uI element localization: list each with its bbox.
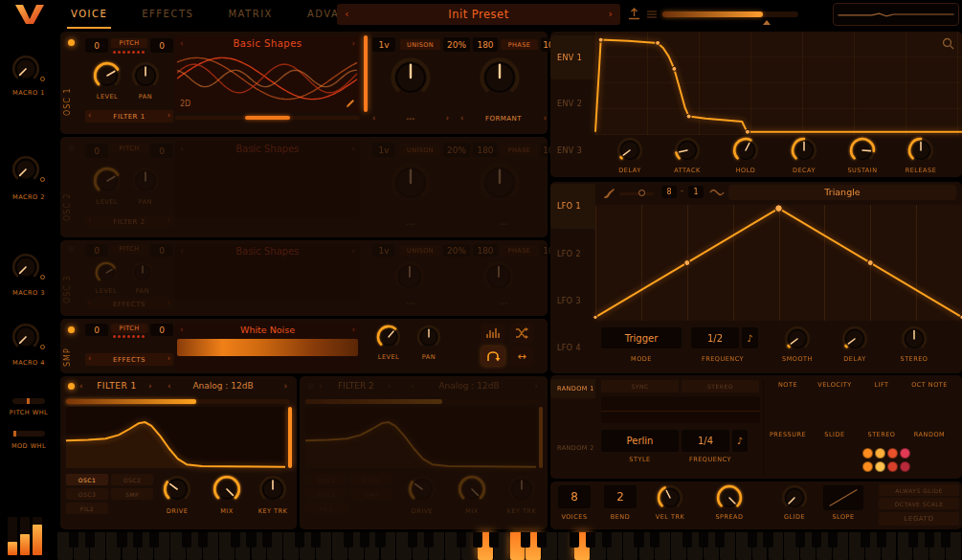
- osc1-wavetable-name[interactable]: Basic Shapes: [194, 38, 341, 49]
- filter2-model-selector[interactable]: Analog : 12dB: [418, 381, 520, 391]
- filter2-title[interactable]: FILTER 2: [326, 381, 386, 391]
- env-hold-knob[interactable]: [732, 137, 759, 164]
- voices-field[interactable]: 8: [558, 485, 591, 508]
- lfo-frequency-field[interactable]: 1/2: [691, 327, 739, 348]
- wavetable-next-icon[interactable]: ›: [351, 39, 355, 48]
- piano-key-black[interactable]: [198, 532, 208, 548]
- osc1-frame-scrollbar[interactable]: [175, 116, 360, 120]
- wavetable-next-icon[interactable]: ›: [351, 145, 355, 153]
- env-attack-knob[interactable]: [674, 137, 701, 164]
- env-sustain-knob[interactable]: [849, 137, 876, 164]
- macro-1-knob[interactable]: [11, 55, 40, 83]
- filter2-power-button[interactable]: [307, 383, 314, 390]
- tab-matrix[interactable]: MATRIX: [224, 0, 277, 29]
- filter1-prev-icon[interactable]: ‹: [79, 382, 83, 391]
- random-style-selector[interactable]: Perlin: [601, 430, 679, 452]
- morph-next-icon[interactable]: ›: [446, 115, 449, 123]
- piano-key-black[interactable]: [812, 532, 821, 548]
- lfo-grid-y-field[interactable]: 1: [688, 186, 704, 198]
- piano-key-black[interactable]: [699, 532, 708, 548]
- glide-knob[interactable]: [781, 484, 808, 511]
- volume-slider[interactable]: [662, 11, 798, 17]
- osc1-unison-voices-field[interactable]: 1v: [372, 37, 395, 52]
- filter1-mix-knob[interactable]: [213, 475, 241, 504]
- piano-key-black[interactable]: [295, 532, 304, 548]
- pencil-icon[interactable]: [346, 99, 355, 108]
- save-icon[interactable]: [627, 7, 641, 21]
- osc3-power-button[interactable]: [68, 246, 75, 253]
- osc1-level-knob[interactable]: [93, 61, 122, 90]
- piano-key-black[interactable]: [521, 532, 530, 548]
- distortion-next-icon[interactable]: ›: [544, 115, 547, 123]
- osc3-spectral-knob[interactable]: [482, 260, 515, 293]
- filter1-input-osc2[interactable]: OSC2: [111, 474, 153, 485]
- filter1-input-osc1[interactable]: OSC1: [66, 474, 108, 485]
- tab-lfo-1[interactable]: LFO 1: [550, 184, 595, 229]
- lfo-smooth-slider-handle[interactable]: [638, 190, 645, 196]
- osc1-tune-field[interactable]: 0: [150, 38, 173, 53]
- filter1-next-icon[interactable]: ›: [148, 382, 152, 391]
- piano-keyboard[interactable]: [57, 532, 962, 560]
- piano-key-black[interactable]: [795, 532, 805, 548]
- filter1-title[interactable]: FILTER 1: [87, 381, 146, 391]
- osc1-distortion-type-selector[interactable]: ‹ FORMANT ›: [460, 112, 547, 125]
- source-lift-label[interactable]: LIFT: [858, 381, 906, 389]
- smp-power-button[interactable]: [68, 326, 75, 333]
- tab-env-1[interactable]: ENV 1: [550, 35, 595, 79]
- osc2-distortion-type-value[interactable]: ---: [475, 220, 532, 228]
- osc1-frame-slider[interactable]: [364, 35, 368, 112]
- filter2-blend-slider[interactable]: [305, 399, 541, 404]
- tab-random-2[interactable]: RANDOM 2: [550, 438, 595, 458]
- mod-source-dot[interactable]: [900, 448, 910, 459]
- filter1-input-fil2[interactable]: FIL2: [66, 503, 108, 514]
- envelope-display[interactable]: [595, 32, 962, 135]
- routing-prev-icon[interactable]: ‹: [88, 355, 91, 363]
- macro-4-knob[interactable]: [11, 323, 40, 351]
- osc3-morph-type-value[interactable]: ---: [382, 300, 439, 307]
- mod-source-handles[interactable]: [862, 448, 914, 473]
- tab-lfo-3[interactable]: LFO 3: [550, 279, 595, 324]
- filter1-blend-slider[interactable]: [66, 399, 290, 404]
- lfo-stereo-knob[interactable]: [901, 325, 928, 352]
- filter2-input-osc2[interactable]: OSC2: [350, 474, 392, 485]
- mod-source-dot[interactable]: [887, 448, 898, 459]
- osc1-power-button[interactable]: [68, 39, 75, 46]
- env-delay-knob[interactable]: [616, 137, 643, 164]
- routing-prev-icon[interactable]: ‹: [88, 112, 91, 120]
- random-sync-button[interactable]: SYNC: [601, 380, 679, 392]
- mod-source-dot[interactable]: [875, 461, 885, 472]
- menu-icon[interactable]: [647, 11, 657, 18]
- filter2-keytrack-knob[interactable]: [507, 475, 536, 504]
- octave-scale-button[interactable]: OCTAVE SCALE: [879, 498, 959, 509]
- osc2-unison-voices-field[interactable]: 1v: [372, 143, 395, 157]
- tab-voice[interactable]: VOICE: [67, 0, 111, 29]
- macro-3-drag-handle[interactable]: [40, 275, 45, 280]
- osc2-transpose-field[interactable]: 0: [85, 144, 108, 158]
- filter2-input-osc1[interactable]: OSC1: [305, 474, 347, 485]
- lfo-display[interactable]: [595, 205, 962, 321]
- macro-2-drag-handle[interactable]: [40, 177, 45, 182]
- osc1-unison-detune-field[interactable]: 20%: [443, 37, 470, 52]
- osc2-unison-detune-field[interactable]: 20%: [443, 143, 470, 157]
- routing-next-icon[interactable]: ›: [168, 300, 170, 307]
- osc3-unison-voices-field[interactable]: 1v: [372, 244, 395, 257]
- filter2-drive-knob[interactable]: [408, 475, 436, 504]
- smp-level-knob[interactable]: [376, 325, 401, 349]
- osc3-unison-detune-field[interactable]: 20%: [443, 244, 470, 257]
- filter2-resonance-slider[interactable]: [539, 407, 543, 468]
- filter1-power-button[interactable]: [68, 383, 75, 390]
- lfo-mode-selector[interactable]: Trigger: [601, 327, 682, 348]
- filter1-model-next-icon[interactable]: ›: [283, 382, 287, 391]
- wavetable-prev-icon[interactable]: ‹: [180, 247, 184, 256]
- osc3-pan-knob[interactable]: [131, 261, 154, 284]
- piano-key-black[interactable]: [908, 532, 918, 548]
- osc2-level-knob[interactable]: [93, 167, 122, 195]
- sample-next-icon[interactable]: ›: [351, 325, 355, 334]
- smp-waveform-mode-button[interactable]: [481, 324, 504, 343]
- osc2-wavetable-name[interactable]: Basic Shapes: [194, 144, 341, 154]
- piano-key-black[interactable]: [925, 532, 934, 548]
- filter2-input-osc3[interactable]: OSC3: [305, 488, 347, 500]
- piano-key-black[interactable]: [149, 532, 159, 548]
- osc2-power-button[interactable]: [68, 145, 75, 151]
- volume-marker[interactable]: [763, 20, 771, 25]
